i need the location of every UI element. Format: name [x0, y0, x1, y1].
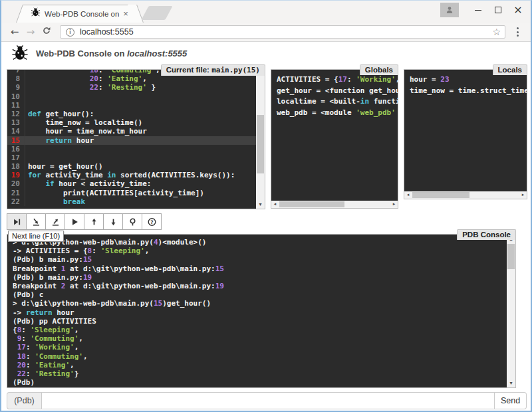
svg-text:?: ? [150, 219, 153, 225]
console-line: {8: 'Sleeping', [13, 326, 507, 334]
browser-window: Web-PDB Console on loc × × ← → i localho… [0, 0, 532, 412]
console-line: -> ACTIVITIES = {8: 'Sleeping', [13, 247, 507, 255]
console-lines: > d:\git\python-web-pdb\main.py(4)<modul… [7, 235, 507, 387]
locals-panel: Locals hour = 23time_now = time.struct_t… [404, 69, 527, 199]
scrollbar-thumb[interactable] [507, 244, 515, 269]
globals-scrollbar[interactable]: ◂ ▸ [271, 201, 398, 208]
code-line: 16 [7, 145, 256, 154]
console-line: (Pdb) b main.py:15 [13, 255, 507, 264]
code-line: 10 [7, 92, 256, 101]
line-number: 9 [7, 83, 25, 92]
code-line: 20 if hour < activity_time: [7, 179, 256, 188]
code-line: 22 break [7, 197, 256, 206]
console-line: (Pdb) c [13, 290, 507, 299]
code-line: 18hour = get_hour() [7, 162, 256, 171]
line-number: 17 [7, 154, 25, 162]
minimize-icon [475, 10, 481, 11]
line-number: 10 [7, 92, 25, 101]
console-line: (Pdb) b main.py:19 [13, 273, 507, 282]
step-into-icon [31, 217, 41, 227]
scroll-down-icon[interactable]: ▾ [256, 200, 265, 209]
continue-button[interactable] [65, 213, 84, 230]
tab-title: Web-PDB Console on loc [45, 10, 121, 18]
forward-button[interactable]: → [23, 26, 39, 38]
maximize-button[interactable] [488, 1, 508, 19]
command-input[interactable] [41, 392, 495, 409]
back-button[interactable]: ← [7, 26, 23, 38]
globals-line: get_hour = <function get_hour at 0x00000… [277, 86, 398, 97]
maximize-icon [495, 7, 501, 13]
new-tab-button[interactable] [141, 6, 172, 20]
code-line: 15 return hour [7, 136, 256, 145]
code-line: 21 print(ACTIVITIES[activity_time]) [7, 189, 256, 197]
bookmark-star-icon[interactable]: ☆ [492, 27, 501, 37]
send-button[interactable]: Send [495, 392, 527, 409]
current-file-label: Current file: main.py(15) [161, 64, 265, 76]
scroll-right-icon[interactable]: ▸ [390, 201, 398, 208]
next-line-button[interactable] [7, 213, 27, 230]
frame-up-button[interactable] [84, 213, 104, 230]
locals-lines: hour = 23time_now = time.struct_time(tm_… [404, 70, 527, 191]
globals-panel: Globals ACTIVITIES = {17: 'Working', 18:… [271, 69, 398, 209]
arrow-down-icon [108, 217, 118, 227]
tab-top-border [23, 5, 137, 5]
page-header: Web-PDB Console on localhost:5555 [1, 42, 531, 64]
scrollbar-thumb[interactable] [257, 115, 264, 173]
scrollbar-thumb[interactable] [279, 201, 344, 207]
locals-label: Locals [493, 64, 527, 75]
console-line: 22: 'Resting'} [13, 369, 507, 378]
globals-line: localtime = <built-in function localtime… [277, 96, 398, 108]
code-line: 14 hour = time_now.tm_hour [7, 127, 256, 136]
console-line: 18: 'Commuting', [13, 352, 507, 361]
code-line: 8 20: 'Eating', [7, 74, 256, 83]
scroll-down-icon[interactable]: ▾ [507, 379, 515, 387]
marker-icon [128, 217, 138, 227]
console-line: > d:\git\python-web-pdb\main.py(15)get_h… [13, 299, 507, 308]
address-bar[interactable]: i localhost:5555 ☆ [60, 25, 505, 39]
tooltip: Next line (F10) [8, 231, 64, 242]
frame-down-button[interactable] [103, 213, 123, 230]
globals-line: web_pdb = <module 'web_pdb' from 'web_pd… [277, 108, 398, 119]
where-button[interactable] [122, 213, 142, 230]
scroll-right-icon[interactable]: ▸ [519, 191, 527, 199]
scrollbar-thumb[interactable] [412, 192, 469, 198]
help-button[interactable]: ? [142, 213, 162, 230]
line-number: 15 [7, 136, 25, 145]
line-number: 8 [7, 74, 25, 83]
command-input-group: (Pdb) Send [7, 392, 527, 409]
code-line: 13 time_now = localtime() [7, 118, 256, 127]
console-line: (Pdb) pp ACTIVITIES [13, 317, 507, 326]
play-icon [70, 217, 80, 227]
editor-scrollbar[interactable]: ▾ [256, 70, 265, 209]
locals-scrollbar[interactable]: ◂ ▸ [404, 191, 527, 199]
console-line: (Pdb) [13, 378, 507, 387]
globals-line: ACTIVITIES = {17: 'Working', 18: 'Commut… [277, 74, 398, 86]
browser-titlebar: Web-PDB Console on loc × × [1, 1, 531, 23]
reload-button[interactable] [39, 26, 55, 38]
minimize-button[interactable] [468, 1, 488, 19]
page-info-icon[interactable]: i [66, 28, 74, 37]
pdb-prompt-label: (Pdb) [7, 392, 41, 409]
profile-button[interactable] [440, 3, 459, 17]
line-number: 12 [7, 110, 25, 118]
browser-tab[interactable]: Web-PDB Console on loc × [25, 5, 134, 23]
pdb-console-label: PDB Console [457, 229, 516, 240]
console-scrollbar[interactable]: ▴ ▾ [507, 235, 515, 387]
step-into-button[interactable] [26, 213, 46, 230]
scroll-left-icon[interactable]: ◂ [271, 201, 279, 208]
return-button[interactable] [45, 213, 65, 230]
web-pdb-bug-icon [11, 45, 29, 62]
console-line: Breakpoint 1 at d:\git\python-web-pdb\ma… [13, 264, 507, 273]
line-number: 16 [7, 145, 25, 154]
browser-menu-button[interactable] [509, 24, 525, 40]
help-icon: ? [147, 217, 157, 227]
console-line: Breakpoint 2 at d:\git\python-web-pdb\ma… [13, 282, 507, 290]
console-line: 20: 'Eating', [13, 361, 507, 369]
tab-close-icon[interactable]: × [121, 9, 130, 19]
locals-line: time_now = time.struct_time(tm_year=2017… [410, 86, 527, 97]
line-number: 18 [7, 162, 25, 171]
scroll-left-icon[interactable]: ◂ [404, 191, 412, 199]
console-line: 17: 'Working', [13, 343, 507, 352]
close-icon: × [513, 7, 522, 13]
close-button[interactable]: × [508, 1, 528, 19]
